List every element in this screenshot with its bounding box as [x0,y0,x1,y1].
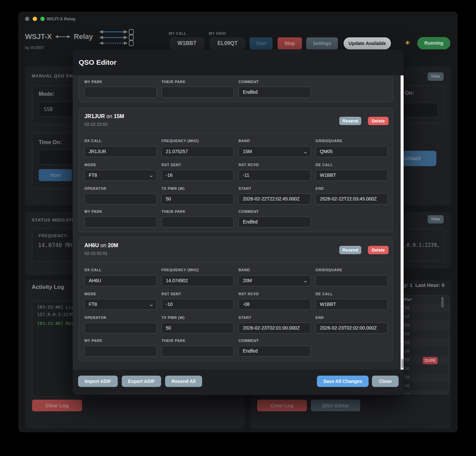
frequency-input[interactable]: 21.075257 [161,146,234,157]
start-button[interactable]: Start [250,37,273,49]
import-adif-button[interactable]: Import ADIF [78,376,118,387]
operator-label: OPERATOR [84,316,106,320]
operator-label: OPERATOR [84,186,106,190]
end-input[interactable]: 2026-02-22T22:03:45.000Z [316,193,388,204]
rst-rcvd-input[interactable]: -11 [239,170,311,181]
dx-call-input[interactable]: JR1JUR [84,146,157,157]
their-park-input[interactable] [161,87,234,98]
my-call-label: MY CALL [169,31,186,35]
my-call-value[interactable]: W1BBT [169,37,204,49]
theme-sun-icon[interactable]: ☀ [405,39,410,47]
app-brand: WSJT-X Relay [25,32,93,41]
my-park-input[interactable] [84,216,157,227]
qso-callsign: AH6U [84,243,99,248]
running-status-button[interactable]: Running [417,37,450,49]
start-input[interactable]: 2026-02-23T02:01:00.000Z [239,323,311,334]
rst-rcvd-input[interactable]: -08 [239,299,311,310]
comment-label: COMMENT [239,209,259,213]
modal-scrollbar-thumb[interactable] [401,359,404,368]
minimize-window-button[interactable] [33,17,37,21]
card-divider [84,262,387,263]
comment-label: COMMENT [239,80,259,84]
my-park-input[interactable] [84,87,157,98]
zoom-window-button[interactable] [40,17,45,21]
mode-select[interactable]: FT8⌄ [84,170,157,181]
rst-sent-input[interactable]: -16 [161,170,234,181]
stop-button[interactable]: Stop [278,37,302,49]
tx-pwr-input[interactable]: 50 [161,323,234,334]
modal-scroll-area[interactable]: MY PARK THEIR PARK COMMENT Endfed JR1JUR… [73,75,404,370]
delete-button[interactable]: Delete [368,246,389,254]
frequency-value: 14.0740 MHz [38,242,76,249]
dx-call-label: DX CALL [84,139,102,143]
their-park-label: THEIR PARK [161,80,185,84]
band-select[interactable]: 15M⌄ [239,146,311,157]
mode-select[interactable]: FT8⌄ [84,299,157,310]
resend-all-button[interactable]: Resend All [165,376,202,387]
my-grid-label: MY GRID [209,31,226,35]
dx-call-input[interactable]: AH6U [84,275,157,286]
rst-sent-input[interactable]: -10 [161,299,234,310]
chevron-down-icon: ⌄ [148,299,154,310]
tx-pwr-input[interactable]: 50 [161,193,234,204]
operator-input[interactable] [84,323,157,334]
chevron-down-icon: ⌄ [303,146,308,157]
de-call-input[interactable]: W1BBT [316,299,388,310]
qso-editor-button[interactable]: QSO Editor [311,400,360,411]
chevron-down-icon: ⌄ [148,170,154,180]
qso-band: 15M [114,113,124,119]
qso-card-title: JR1JUR on 15M [84,113,124,119]
gridsquare-label: GRIDSQUARE [316,139,343,143]
their-park-input[interactable] [161,346,234,357]
modal-scrollbar-track[interactable] [401,75,404,370]
frequency-input[interactable]: 14.074902 [161,275,234,286]
comment-input[interactable]: Endfed [239,346,311,357]
rst-rcvd-label: RST RCVD [239,292,259,296]
comment-input[interactable]: Endfed [239,216,311,227]
export-adif-button[interactable]: Export ADIF [122,376,161,387]
clear-log-button-left[interactable]: Clear Log [32,400,82,411]
settings-button[interactable]: Settings [306,37,338,49]
my-park-input[interactable] [84,346,157,357]
comment-input[interactable]: Endfed [239,87,311,98]
table-scrollbar-thumb[interactable] [441,297,444,308]
qso-card-partial: MY PARK THEIR PARK COMMENT Endfed [79,75,393,102]
gridsquare-input[interactable]: QM05 [316,146,388,157]
brand-left: WSJT-X [25,32,52,41]
qso-card-ah6u: AH6U on 20M 02-23 02:01 Resend Delete DX… [79,237,393,361]
close-window-button[interactable] [25,17,29,21]
save-all-changes-button[interactable]: Save All Changes [317,376,369,387]
operator-input[interactable] [84,193,157,204]
resend-button[interactable]: Resend [339,117,361,125]
log-line: [03:23:40] Rel [37,321,74,326]
clear-log-button-right[interactable]: Clear Log [257,400,307,411]
end-input[interactable]: 2026-02-23T02:02:00.000Z [316,323,388,334]
now-button[interactable]: Now [39,169,72,181]
brand-right: Relay [74,32,93,41]
de-call-input[interactable]: W1BBT [316,170,388,181]
update-available-button[interactable]: Update Available [344,37,391,49]
my-grid-value[interactable]: EL09QT [209,37,246,49]
hide-button-top[interactable]: Hide [428,72,444,81]
close-button[interactable]: Close [372,376,399,387]
hide-button-bottom[interactable]: Hide [428,215,444,223]
modal-header [73,49,404,75]
qso-card-title: AH6U on 20M [84,243,118,249]
left-right-arrow-icon [55,35,70,39]
dupe-badge: DUPE [423,357,438,364]
mode-label: MODE [84,163,96,167]
delete-button[interactable]: Delete [368,117,389,125]
start-input[interactable]: 2026-02-22T22:02:45.000Z [239,193,311,204]
gridsquare-input[interactable] [316,275,388,286]
my-park-label: MY PARK [84,209,102,213]
resend-button[interactable]: Resend [339,246,361,254]
band-select[interactable]: 20M⌄ [239,275,311,286]
my-park-label: MY PARK [84,339,102,343]
tx-pwr-label: TX PWR (W) [161,186,185,190]
qso-band: 20M [108,243,118,248]
de-call-label: DE CALL [316,292,333,296]
their-park-input[interactable] [161,216,234,227]
time-on-label: Time On: [39,139,62,145]
activity-log-title: Activity Log [32,284,64,291]
window-title: WSJT-X Relay [47,16,76,21]
